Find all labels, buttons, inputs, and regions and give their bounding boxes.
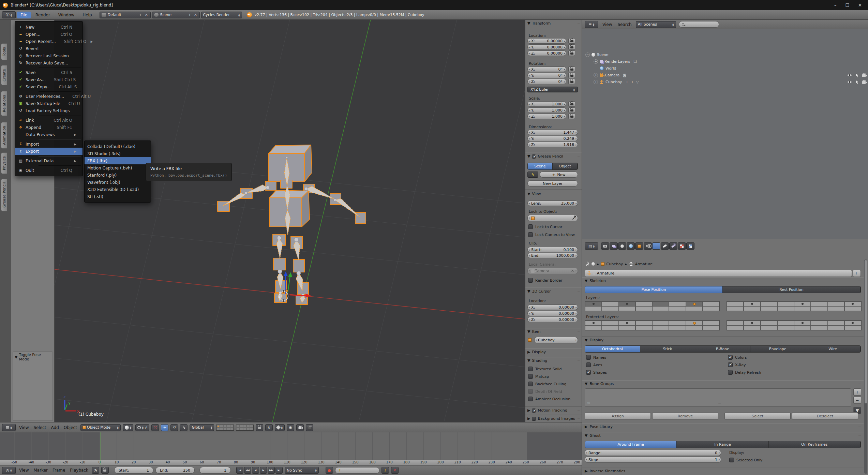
view-menu[interactable]: View (18, 425, 30, 430)
expander-icon[interactable]: + (594, 73, 598, 77)
timeline-frames-area[interactable] (0, 432, 582, 460)
display-checkbox-row[interactable]: Names (586, 355, 606, 360)
screen-layout-selector[interactable]: Default + ✕ (100, 12, 151, 18)
lock-transform-button[interactable] (568, 44, 575, 50)
file-menu-item[interactable] (15, 66, 83, 69)
layer-cell[interactable] (811, 306, 827, 311)
timeline-marker-menu[interactable]: Marker (32, 468, 49, 473)
lock-to-object-field[interactable] (527, 215, 578, 221)
position-tab[interactable]: Pose Position (585, 286, 723, 293)
eyedropper-icon[interactable] (572, 217, 575, 220)
layer-cell[interactable] (828, 321, 844, 325)
layer-cell[interactable] (602, 306, 618, 311)
armature-layers-grid-b[interactable] (727, 301, 862, 311)
snap-element-selector[interactable]: ▲▼ (275, 424, 285, 431)
layer-cell[interactable] (602, 301, 618, 306)
layer-cell[interactable] (727, 306, 744, 311)
properties-tab[interactable] (627, 242, 635, 250)
scale-manipulator-button[interactable]: ⇘ (180, 424, 188, 431)
layer-cell[interactable] (686, 321, 703, 325)
layer-cell[interactable] (761, 301, 777, 306)
protected-layers-grid-a[interactable] (585, 320, 720, 330)
visibility-eye-icon[interactable] (847, 73, 852, 77)
layer-cell[interactable] (761, 325, 777, 330)
translate-manipulator-button[interactable]: ✛ (161, 424, 168, 431)
properties-tab[interactable] (652, 242, 660, 250)
editor-type-selector[interactable]: ◷▲▼ (2, 467, 16, 474)
lock-transform-button[interactable] (568, 50, 575, 56)
outliner-row[interactable]: − Scene (582, 51, 868, 58)
toolshelf-tab[interactable]: Tools (1, 43, 7, 60)
playback-button[interactable]: ◀ (252, 467, 259, 474)
outliner-item-label[interactable]: Cubeboy (605, 80, 622, 84)
add-scene-button[interactable]: + (188, 13, 192, 17)
editor-type-selector[interactable]: ▲▼ (2, 424, 16, 431)
manipulator-axis-button[interactable]: ⤱ (151, 424, 159, 431)
layer-cell[interactable] (669, 321, 686, 325)
outliner-row[interactable]: + Cubeboy ✛ ✛ ▽ (582, 78, 868, 85)
layer-cell[interactable] (761, 306, 777, 311)
toggle-pose-mode-panel[interactable]: ▼ Toggle Pose Mode ···· (13, 351, 53, 421)
bone-group-action-button[interactable]: Deselect (792, 412, 858, 420)
shading-checkbox-row[interactable]: Matcap (528, 374, 549, 379)
selectability-cursor-icon[interactable] (855, 73, 859, 77)
dimension-field[interactable]: Y:0.249 (527, 136, 578, 141)
layer-cell[interactable] (602, 321, 618, 325)
shading-checkbox-row[interactable]: Textured Solid (528, 367, 562, 371)
item-panel-header[interactable]: ▼Item···· (525, 329, 582, 335)
cursor-panel-header[interactable]: ▼3D Cursor···· (525, 288, 582, 294)
bone-groups-list[interactable]: ⊕ = (585, 388, 851, 407)
dimension-field[interactable]: X:1.447 (527, 130, 578, 135)
outliner-view-menu[interactable]: View (601, 22, 613, 27)
layer-cell[interactable] (727, 301, 744, 306)
layer-cell[interactable] (811, 301, 827, 306)
rotation-mode-dropdown[interactable]: XYZ Euler▲▼ (527, 87, 578, 92)
layer-cell[interactable] (794, 325, 811, 330)
file-menu-item[interactable]: ↧ Import ▶ (15, 140, 83, 148)
menu-help[interactable]: Help (79, 12, 95, 18)
start-frame-field[interactable]: Start:1 (114, 467, 153, 474)
editor-type-selector[interactable]: ▤▲▼ (585, 242, 598, 250)
bone-groups-panel-header[interactable]: ▼Bone Groups···· (582, 380, 864, 387)
display-type-tab[interactable]: B-Bone (695, 346, 750, 352)
object-menu[interactable]: Object (62, 425, 78, 430)
display-checkbox-row[interactable]: X-Ray (728, 362, 746, 367)
layer-cell[interactable] (703, 325, 719, 330)
layer-cell[interactable] (669, 325, 686, 330)
renderability-camera-icon[interactable] (862, 81, 866, 84)
item-name-field[interactable]: Cubeboy (534, 337, 578, 343)
layer-cell[interactable] (727, 321, 744, 325)
export-menu-item[interactable]: 3D Studio (.3ds) (85, 150, 151, 157)
timeline-ruler[interactable]: -50-40-30-20-100102030405060708090100110… (0, 460, 582, 465)
layer-cell[interactable] (794, 321, 811, 325)
scale-field[interactable]: Z:1.000 (527, 114, 566, 119)
scale-field[interactable]: X:1.000 (527, 101, 566, 107)
display-panel-header[interactable]: ▶Display···· (525, 349, 582, 355)
close-button[interactable]: ✕ (858, 3, 862, 8)
file-menu-item[interactable] (15, 138, 83, 140)
local-camera-field[interactable]: Camera✕ (527, 268, 578, 274)
toolshelf-tab[interactable]: Grease Pencil (1, 179, 7, 211)
lock-transform-button[interactable] (568, 107, 575, 113)
rotation-field[interactable]: X:0° (527, 66, 566, 72)
playback-button[interactable]: ◀◀ (244, 467, 251, 474)
ghost-step-field[interactable]: Step:1 (585, 457, 721, 463)
ghost-tab[interactable]: In Range (677, 441, 768, 448)
layer-cell[interactable] (777, 301, 794, 306)
export-menu-item[interactable]: Wavefront (.obj) (85, 179, 151, 186)
display-type-tab[interactable]: Octahedral (585, 346, 640, 352)
layer-cell[interactable] (652, 325, 669, 330)
export-menu-item[interactable]: Collada (Default) (.dae) (85, 143, 151, 150)
menu-window[interactable]: Window (55, 12, 78, 18)
file-menu-item[interactable] (15, 114, 83, 117)
selectability-cursor-icon[interactable] (855, 80, 859, 84)
file-menu-item[interactable]: ▣ Save Startup File Ctrl U (15, 100, 83, 107)
display-checkbox-row[interactable]: Delay Refresh (728, 370, 761, 375)
outliner-search-field[interactable] (679, 21, 719, 28)
bone-group-action-button[interactable]: Assign (585, 412, 651, 420)
outliner-search-menu[interactable]: Search (616, 22, 633, 27)
layer-cell[interactable] (828, 306, 844, 311)
menu-render[interactable]: Render (32, 12, 54, 18)
layer-cell[interactable] (703, 306, 719, 311)
bone-display-tabs[interactable]: OctahedralStickB-BoneEnvelopeWire (585, 345, 861, 353)
